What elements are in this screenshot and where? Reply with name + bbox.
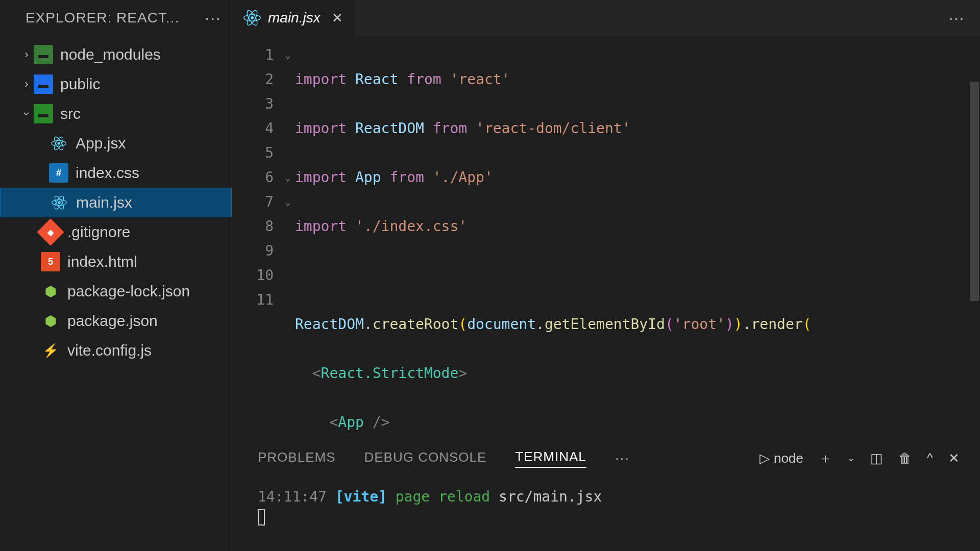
fold-icon[interactable]: ⌄ bbox=[281, 190, 295, 214]
kill-terminal-icon[interactable]: 🗑 bbox=[898, 450, 912, 466]
chevron-right-icon: › bbox=[19, 48, 34, 61]
tree-label: node_modules bbox=[60, 46, 161, 63]
editor-more-icon[interactable]: ··· bbox=[949, 9, 980, 27]
shell-label: node bbox=[774, 450, 803, 466]
main-area: main.jsx ✕ ··· 1 2 3 4 5 6 7 8 9 10 11 ⌄… bbox=[232, 0, 980, 551]
react-icon bbox=[243, 9, 261, 27]
new-terminal-button[interactable]: ＋ bbox=[819, 449, 832, 467]
fold-icon[interactable]: ⌄ bbox=[281, 43, 295, 67]
folder-icon: ▬ bbox=[34, 104, 53, 123]
tab-filename: main.jsx bbox=[268, 10, 321, 26]
tree-folder-src[interactable]: › ▬ src bbox=[0, 99, 232, 129]
react-icon bbox=[50, 193, 69, 212]
terminal-cursor bbox=[258, 509, 265, 525]
terminal-output[interactable]: 14:11:47 [vite] page reload src/main.jsx bbox=[232, 476, 980, 551]
tab-debug-console[interactable]: DEBUG CONSOLE bbox=[364, 449, 487, 467]
panel-tabbar: PROBLEMS DEBUG CONSOLE TERMINAL ··· ▷ no… bbox=[232, 440, 980, 476]
terminal-dropdown-icon[interactable]: ⌄ bbox=[847, 453, 855, 464]
node-icon: ⬢ bbox=[41, 282, 60, 301]
tree-label: src bbox=[60, 105, 81, 122]
tree-label: package-lock.json bbox=[67, 283, 190, 300]
tree-label: .gitignore bbox=[67, 223, 130, 241]
panel-more-icon[interactable]: ··· bbox=[615, 450, 630, 466]
file-tree: › ▬ node_modules › ▬ public › ▬ src App.… bbox=[0, 36, 232, 551]
close-panel-icon[interactable]: ✕ bbox=[948, 450, 960, 466]
explorer-title: EXPLORER: REACT... bbox=[26, 10, 179, 26]
folder-icon: ▬ bbox=[34, 45, 53, 64]
tree-label: public bbox=[60, 76, 100, 93]
tree-file-gitignore[interactable]: ◆ .gitignore bbox=[0, 217, 232, 247]
tree-label: index.html bbox=[67, 253, 137, 270]
tree-folder-public[interactable]: › ▬ public bbox=[0, 69, 232, 99]
tree-file-vite-config[interactable]: ⚡ vite.config.js bbox=[0, 336, 232, 365]
tree-file-index-html[interactable]: 5 index.html bbox=[0, 247, 232, 277]
tree-file-package-json[interactable]: ⬢ package.json bbox=[0, 306, 232, 336]
terminal-icon: ▷ bbox=[760, 450, 770, 466]
fold-gutter: ⌄ ⌄ ⌄ bbox=[281, 43, 295, 440]
chevron-right-icon: › bbox=[19, 78, 34, 91]
tree-label: package.json bbox=[67, 312, 158, 330]
bottom-panel: PROBLEMS DEBUG CONSOLE TERMINAL ··· ▷ no… bbox=[232, 440, 980, 551]
css-icon: # bbox=[49, 163, 68, 183]
svg-point-8 bbox=[251, 16, 254, 19]
tree-folder-node-modules[interactable]: › ▬ node_modules bbox=[0, 40, 232, 69]
code-content[interactable]: import React from 'react' import ReactDO… bbox=[295, 43, 980, 440]
vite-icon: ⚡ bbox=[41, 341, 60, 360]
tree-file-index-css[interactable]: # index.css bbox=[0, 158, 232, 188]
close-icon[interactable]: ✕ bbox=[332, 10, 343, 26]
editor-tabbar: main.jsx ✕ ··· bbox=[232, 0, 980, 36]
tree-label: index.css bbox=[76, 164, 139, 182]
panel-actions: ▷ node ＋ ⌄ ◫ 🗑 ^ ✕ bbox=[760, 449, 960, 467]
editor-scrollbar[interactable] bbox=[970, 82, 979, 301]
tree-label: App.jsx bbox=[76, 135, 126, 152]
node-icon: ⬢ bbox=[41, 311, 60, 331]
explorer-more-icon[interactable]: ··· bbox=[205, 9, 222, 28]
split-terminal-icon[interactable]: ◫ bbox=[870, 450, 883, 466]
terminal-shell-select[interactable]: ▷ node bbox=[760, 450, 803, 466]
folder-icon: ▬ bbox=[34, 74, 53, 94]
fold-icon[interactable]: ⌄ bbox=[281, 165, 295, 190]
tab-terminal[interactable]: TERMINAL bbox=[515, 449, 586, 468]
code-editor[interactable]: 1 2 3 4 5 6 7 8 9 10 11 ⌄ ⌄ ⌄ import Rea… bbox=[232, 36, 980, 440]
terminal-line: 14:11:47 [vite] page reload src/main.jsx bbox=[258, 488, 954, 505]
tree-file-app-jsx[interactable]: App.jsx bbox=[0, 129, 232, 158]
chevron-down-icon: › bbox=[20, 107, 33, 121]
editor-tab-main-jsx[interactable]: main.jsx ✕ bbox=[232, 0, 354, 36]
tree-file-package-lock[interactable]: ⬢ package-lock.json bbox=[0, 277, 232, 306]
tab-problems[interactable]: PROBLEMS bbox=[258, 449, 336, 467]
explorer-header: EXPLORER: REACT... ··· bbox=[0, 0, 232, 36]
maximize-panel-icon[interactable]: ^ bbox=[927, 450, 933, 466]
react-icon bbox=[49, 134, 68, 153]
tree-file-main-jsx[interactable]: main.jsx bbox=[0, 188, 232, 217]
git-icon: ◆ bbox=[37, 218, 64, 246]
explorer-sidebar: EXPLORER: REACT... ··· › ▬ node_modules … bbox=[0, 0, 232, 551]
line-numbers: 1 2 3 4 5 6 7 8 9 10 11 bbox=[232, 43, 281, 440]
svg-point-0 bbox=[57, 142, 60, 144]
html-icon: 5 bbox=[41, 252, 60, 271]
tree-label: vite.config.js bbox=[67, 342, 152, 359]
tree-label: main.jsx bbox=[76, 194, 132, 211]
svg-point-4 bbox=[58, 201, 60, 204]
